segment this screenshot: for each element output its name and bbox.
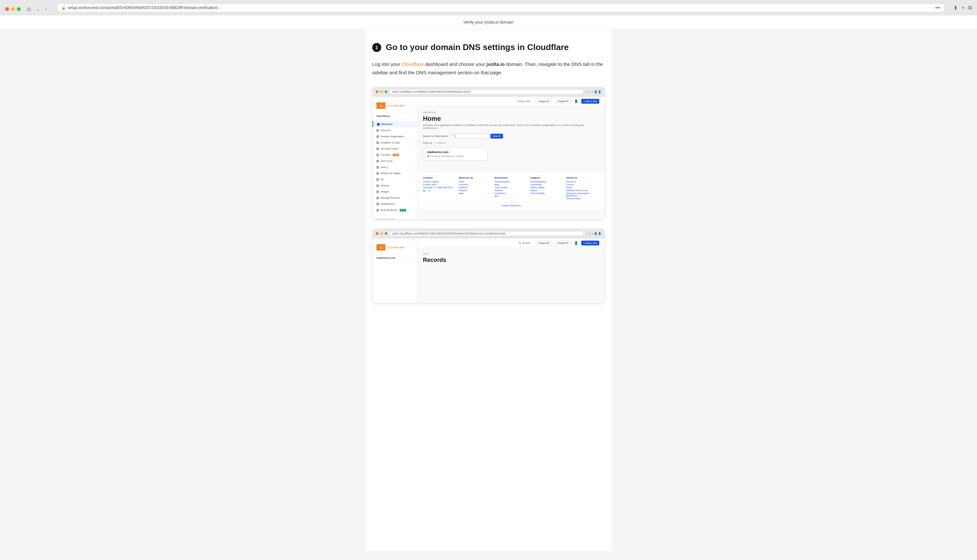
websites-icon [377, 123, 380, 126]
cf-dns-search-btn[interactable]: 🔍 Search [516, 241, 533, 245]
cf-footer-partners[interactable]: Partners [495, 189, 528, 192]
cf-search-topbar-btn[interactable]: + Add a site [514, 99, 532, 104]
turnstile-label: Turnstile [380, 153, 390, 156]
cf-footer-community[interactable]: Community [530, 183, 564, 186]
cf-site-name: vladmoroz.com [427, 150, 483, 154]
sidebar-item-security-center[interactable]: Security Center › [372, 146, 417, 152]
sidebar-item-domain-registration[interactable]: Domain Registration › [372, 133, 417, 140]
cf-dns-support-btn[interactable]: Support ▾ [536, 240, 552, 246]
cf-footer-link-sales[interactable]: Contact sales [423, 183, 456, 186]
manage-account-icon [377, 197, 379, 199]
cf-footer-knowledgebase[interactable]: Knowledgebase [530, 180, 564, 183]
cf-starred-filter[interactable]: ☆ Starred [434, 142, 445, 144]
sidebar-item-area1[interactable]: Area 1 › [372, 164, 417, 170]
chevron-down-button[interactable]: ⌄ [35, 6, 42, 12]
cf-footer-trust-safety[interactable]: Trust & Safety [530, 192, 564, 194]
minimize-button[interactable] [11, 7, 15, 11]
cf-cookie-preferences[interactable]: Cookie Preferences [420, 205, 603, 207]
cf-english-btn[interactable]: English ▾ [555, 98, 571, 104]
page-title: Verify your jvolta.io domain [463, 20, 514, 25]
sidebar-item-r2[interactable]: R2 › [372, 176, 417, 182]
cf-logo-area: ☁ CLOUDFLARE [372, 100, 417, 113]
chevron-right-icon-2: › [413, 142, 413, 144]
cf-topbar: + Add a site Support ▾ English ▾ 👤 + Add… [418, 97, 605, 106]
cf-site-status-text: Pending Nameserver Update [430, 155, 463, 158]
turnstile-icon [377, 154, 379, 156]
step-number: 1 [372, 43, 381, 52]
cf-footer-case-studies[interactable]: Case studies [495, 186, 528, 188]
cf-browser-bar: dash.cloudflare.com/b9b5c573862480493208… [372, 87, 605, 97]
share-icon[interactable]: ⬆ [954, 5, 958, 11]
cf-footer-network[interactable]: Network [459, 189, 492, 192]
cf-dns-fullscreen-light [385, 232, 387, 235]
cf-footer-careers[interactable]: Careers [566, 183, 599, 186]
cf-dns-add-site-btn[interactable]: + Add a site [581, 241, 599, 245]
cf-footer-link-support[interactable]: Contact support [423, 180, 456, 183]
cf-footer-api[interactable]: API [495, 195, 528, 197]
cf-dns-english-btn[interactable]: English ▾ [555, 240, 571, 246]
cf-footer-documentation[interactable]: Documentation [495, 180, 528, 183]
cf-footer-our-team[interactable]: Our team [566, 180, 599, 183]
cf-footer-privacy[interactable]: Privacy Policy [566, 197, 599, 200]
sidebar-item-discover[interactable]: Discover [372, 127, 417, 133]
new-tab-icon[interactable]: + [962, 5, 964, 11]
sidebar-item-zero-trust[interactable]: Zero Trust [372, 158, 417, 164]
cf-footer-features[interactable]: Features [459, 186, 492, 188]
sidebar-item-bulk-redirects[interactable]: Bulk Redirects NEW [372, 207, 417, 213]
chevron-right-icon-6: › [413, 178, 413, 180]
chevron-right-icon: › [413, 135, 413, 138]
zero-trust-icon [377, 160, 379, 162]
cf-dns-main-area: 🔍 Search Support ▾ English ▾ 👤 + Add a s… [418, 238, 605, 303]
cf-footer-resources-title: Resources [495, 176, 528, 179]
cf-add-site-btn[interactable]: + Add a site [581, 99, 599, 104]
cf-footer-link-phone[interactable]: Call sales: +1 (888) 993 5273 [423, 186, 456, 188]
sidebar-item-manage-account[interactable]: Manage Account › [372, 195, 417, 201]
cf-footer-self-serve[interactable]: Self-serve Subscription Agreement [566, 192, 599, 197]
sidebar-item-analytics-logs[interactable]: Analytics & Logs › [372, 140, 417, 146]
bulk-redirects-icon [377, 209, 379, 212]
tabs-icon[interactable]: ⧉ [968, 5, 972, 11]
cf-footer-customers[interactable]: Customers [495, 192, 528, 194]
cf-footer-overview[interactable]: Overview [459, 183, 492, 186]
cf-support-btn[interactable]: Support ▾ [536, 98, 552, 104]
websites-label: Websites [381, 123, 393, 126]
cloudflare-link[interactable]: Cloudflare [402, 62, 423, 67]
sidebar-item-websites[interactable]: Websites [372, 121, 417, 127]
cf-site-card[interactable]: vladmoroz.com Pending Nameserver Update [423, 148, 487, 160]
sidebar-item-notifications[interactable]: Notifications [372, 201, 417, 207]
domain-icon [377, 135, 379, 138]
chevron-right-icon-7: › [413, 197, 413, 199]
cf-footer-what-we-do: What we do Plans Overview Features Netwo… [459, 176, 492, 200]
cf-search-button[interactable]: Search [490, 134, 503, 138]
r2-icon [377, 178, 379, 181]
sidebar-item-workers-pages[interactable]: Workers & Pages › [372, 170, 417, 176]
cf-search-input[interactable] [450, 133, 489, 139]
domain-bold: jvolta.io [487, 62, 505, 67]
cf-logo-wordmark: CLOUDFLARE [387, 105, 405, 107]
more-options-icon[interactable]: ••• [935, 5, 940, 10]
cf-footer-resources: Resources Documentation Blog Case studie… [495, 176, 528, 200]
cf-footer-blog[interactable]: Blog [495, 183, 528, 186]
address-bar[interactable]: 🔒 setup.workos-test.com/portal/01HDMGHNA… [57, 3, 944, 12]
bulk-redirects-label: Bulk Redirects [380, 208, 397, 212]
back-button[interactable]: ‹ [44, 6, 48, 12]
sidebar-toggle-button[interactable]: ⊡ [26, 6, 32, 12]
cf-dns-close-light [376, 232, 378, 235]
cf-dns-content-area: DNS Records [418, 248, 605, 269]
sidebar-item-images[interactable]: Images [372, 188, 417, 195]
cf-footer-plans[interactable]: Plans [459, 180, 492, 183]
sidebar-item-stream[interactable]: Stream [372, 182, 417, 188]
collapse-sidebar-button[interactable]: Collapse sidebar [372, 216, 417, 220]
cf-fullscreen-light [385, 90, 387, 93]
cloudflare-home-screenshot: dash.cloudflare.com/b9b5c573862480493208… [372, 87, 605, 220]
sidebar-item-turnstile[interactable]: Turnstile NEW [372, 152, 417, 158]
cf-footer-apps[interactable]: Apps [459, 192, 492, 194]
cf-close-light [376, 90, 378, 93]
cf-footer-press[interactable]: Press [566, 186, 599, 188]
fullscreen-button[interactable] [17, 7, 21, 11]
cf-footer-terms[interactable]: Website Terms of Use [566, 189, 599, 192]
cf-footer-videos[interactable]: Videos [530, 189, 564, 192]
cf-footer-system-status[interactable]: System status [530, 186, 564, 188]
cf-dns-section-label: DNS [423, 253, 599, 255]
close-button[interactable] [5, 7, 9, 11]
